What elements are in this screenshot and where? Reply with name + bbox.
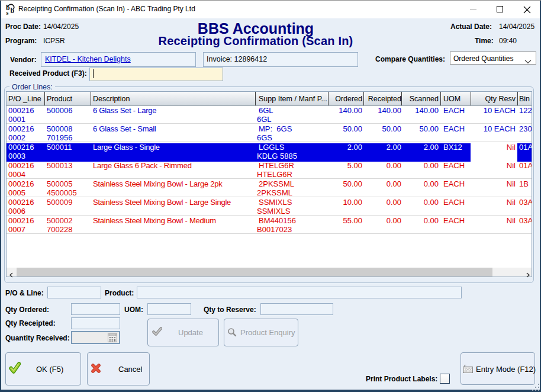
svg-text:b: b	[11, 7, 15, 15]
svg-text:s: s	[6, 9, 8, 15]
